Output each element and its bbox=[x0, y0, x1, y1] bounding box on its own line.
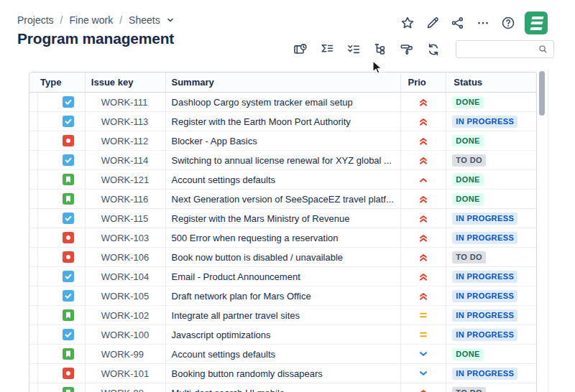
breadcrumb-item-fine-work[interactable]: Fine work bbox=[69, 14, 113, 26]
status-badge[interactable]: TO DO bbox=[452, 251, 486, 263]
status-badge[interactable]: IN PROGRESS bbox=[452, 232, 518, 244]
column-header-status[interactable]: Status bbox=[446, 73, 536, 92]
priority-low-icon bbox=[418, 348, 429, 360]
status-badge[interactable]: IN PROGRESS bbox=[452, 213, 518, 225]
checklist-button[interactable] bbox=[345, 41, 362, 58]
status-badge[interactable]: IN PROGRESS bbox=[452, 329, 518, 341]
row-drag-handle[interactable] bbox=[29, 345, 38, 363]
summary-cell: Register with the Mars Ministry of Reven… bbox=[166, 209, 401, 228]
column-header-summary[interactable]: Summary bbox=[166, 73, 401, 92]
chevron-down-icon[interactable] bbox=[165, 15, 175, 25]
row-drag-handle[interactable] bbox=[29, 267, 38, 286]
issue-key-cell: WORK-101 bbox=[86, 364, 166, 383]
refresh-button[interactable] bbox=[425, 41, 442, 58]
issue-key-cell: WORK-114 bbox=[86, 151, 166, 169]
view-history-button[interactable] bbox=[292, 41, 309, 58]
status-badge[interactable]: DONE bbox=[452, 348, 483, 360]
summary-cell: Account settings defaults bbox=[166, 345, 401, 363]
row-drag-handle[interactable] bbox=[29, 170, 38, 189]
bug-icon bbox=[63, 368, 74, 379]
table-row[interactable]: WORK-98Multi-dest search UI mobileTO DO bbox=[29, 383, 536, 392]
table-row[interactable]: WORK-103500 Error when requesting a rese… bbox=[29, 228, 536, 248]
table-row[interactable]: WORK-116Next Generation version of SeeSp… bbox=[29, 190, 536, 209]
status-badge[interactable]: DONE bbox=[452, 96, 483, 108]
page-title: Program management bbox=[17, 30, 174, 47]
type-cell bbox=[38, 228, 86, 247]
status-badge[interactable]: IN PROGRESS bbox=[452, 116, 518, 128]
table-row[interactable]: WORK-111Dashloop Cargo system tracker em… bbox=[29, 93, 536, 112]
table-row[interactable]: WORK-113Register with the Earth Moon Por… bbox=[29, 112, 536, 131]
table-row[interactable]: WORK-114Switching to annual license rene… bbox=[29, 151, 536, 170]
table-row[interactable]: WORK-100Javascript optimizationsIN PROGR… bbox=[29, 325, 536, 345]
story-icon bbox=[63, 348, 74, 360]
row-drag-handle[interactable] bbox=[29, 151, 38, 169]
search-input[interactable] bbox=[461, 44, 538, 55]
column-header-type[interactable]: Type bbox=[29, 73, 86, 92]
app-logo[interactable] bbox=[525, 11, 548, 34]
row-drag-handle[interactable] bbox=[29, 364, 38, 383]
more-horizontal-icon bbox=[475, 15, 491, 31]
breadcrumb-item-sheets[interactable]: Sheets bbox=[129, 14, 160, 26]
summary-cell: 500 Error when requesting a reservation bbox=[166, 228, 401, 247]
row-drag-handle[interactable] bbox=[29, 306, 38, 325]
sheet-toolbar bbox=[292, 40, 554, 58]
status-badge[interactable]: DONE bbox=[452, 193, 483, 205]
row-drag-handle[interactable] bbox=[29, 93, 38, 111]
issue-key-cell: WORK-111 bbox=[86, 93, 166, 111]
table-row[interactable]: WORK-105Draft network plan for Mars Offi… bbox=[29, 286, 536, 306]
row-drag-handle[interactable] bbox=[29, 228, 38, 247]
table-row[interactable]: WORK-121Account settings defaultsDONE bbox=[29, 170, 536, 190]
more-button[interactable] bbox=[474, 14, 492, 32]
priority-cell bbox=[401, 306, 447, 325]
row-drag-handle[interactable] bbox=[29, 325, 38, 344]
status-badge[interactable]: IN PROGRESS bbox=[452, 368, 518, 380]
issue-key-cell: WORK-105 bbox=[86, 286, 166, 305]
help-button[interactable] bbox=[500, 14, 517, 32]
row-drag-handle[interactable] bbox=[29, 112, 38, 131]
status-badge[interactable]: DONE bbox=[452, 135, 483, 147]
hierarchy-button[interactable] bbox=[372, 41, 389, 58]
column-header-prio[interactable]: Prio bbox=[401, 73, 447, 92]
format-painter-button[interactable] bbox=[398, 41, 415, 58]
table-row[interactable]: WORK-101Booking button randomly dissapea… bbox=[29, 364, 536, 383]
star-button[interactable] bbox=[399, 14, 416, 32]
row-drag-handle[interactable] bbox=[29, 286, 38, 305]
breadcrumb-item-projects[interactable]: Projects bbox=[17, 14, 54, 26]
status-badge[interactable]: IN PROGRESS bbox=[452, 271, 518, 283]
status-badge[interactable]: DONE bbox=[452, 174, 483, 186]
sum-formula-button[interactable] bbox=[318, 41, 336, 58]
table-row[interactable]: WORK-112Blocker - App BasicsDONE bbox=[29, 131, 536, 151]
task-icon bbox=[63, 116, 74, 127]
row-drag-handle[interactable] bbox=[29, 248, 38, 266]
table-row[interactable]: WORK-102Integrate all partner travel sit… bbox=[29, 306, 536, 325]
table-row[interactable]: WORK-104Email - Product AnnouncementIN P… bbox=[29, 267, 536, 286]
row-drag-handle[interactable] bbox=[29, 190, 38, 208]
column-header-issue-key[interactable]: Issue key bbox=[86, 73, 166, 92]
priority-cell bbox=[401, 325, 447, 344]
table-row[interactable]: WORK-106Book now button is disabled / un… bbox=[29, 248, 536, 267]
type-cell bbox=[38, 209, 86, 228]
status-badge[interactable]: IN PROGRESS bbox=[452, 309, 518, 322]
vertical-scrollbar-thumb[interactable] bbox=[539, 71, 545, 116]
pencil-icon bbox=[425, 15, 441, 31]
task-icon bbox=[63, 96, 74, 108]
share-button[interactable] bbox=[449, 14, 466, 32]
status-cell: IN PROGRESS bbox=[446, 306, 536, 325]
status-cell: IN PROGRESS bbox=[446, 112, 536, 131]
row-drag-handle[interactable] bbox=[29, 209, 38, 228]
status-badge[interactable]: TO DO bbox=[452, 154, 486, 167]
bug-icon bbox=[63, 135, 74, 146]
summary-cell: Register with the Earth Moon Port Author… bbox=[166, 112, 401, 131]
row-drag-handle[interactable] bbox=[29, 383, 38, 392]
summary-cell: Blocker - App Basics bbox=[166, 131, 401, 150]
breadcrumb-separator: / bbox=[119, 14, 122, 26]
story-icon bbox=[63, 193, 74, 205]
status-badge[interactable]: IN PROGRESS bbox=[452, 290, 518, 302]
edit-button[interactable] bbox=[424, 14, 441, 32]
row-drag-handle[interactable] bbox=[29, 131, 38, 150]
table-row[interactable]: WORK-99Account settings defaultsDONE bbox=[29, 345, 536, 364]
bug-icon bbox=[63, 232, 74, 243]
status-badge[interactable]: TO DO bbox=[452, 387, 486, 392]
type-cell bbox=[38, 170, 86, 189]
table-row[interactable]: WORK-115Register with the Mars Ministry … bbox=[29, 209, 536, 228]
